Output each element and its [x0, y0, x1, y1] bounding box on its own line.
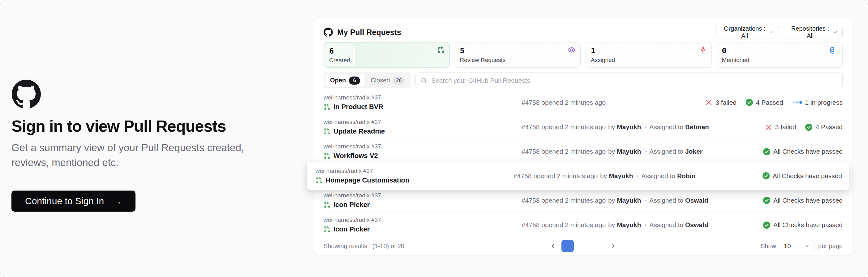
github-logo-icon: [323, 28, 333, 37]
pull-request-title: Icon Picker: [334, 225, 370, 233]
page-size-select[interactable]: 10: [780, 240, 814, 252]
assignee-name: Robin: [677, 172, 695, 179]
pull-request-meta: #4758 opened 2 minutes ago by Mayukh • A…: [522, 221, 763, 229]
check-status: All Checks have passed: [763, 197, 843, 204]
pull-request-title: Icon Picker: [334, 201, 370, 209]
chevron-down-icon: [769, 29, 774, 35]
checks-status: All Checks have passed: [763, 148, 843, 155]
check-status: 4 Passed: [746, 99, 783, 106]
check-status: 1 in progress: [793, 99, 843, 106]
dot-separator: •: [645, 198, 647, 204]
previous-page-button[interactable]: [548, 240, 558, 252]
author-name: Mayukh: [617, 197, 641, 204]
pull-request-icon: [315, 177, 322, 184]
check-icon: [763, 148, 770, 155]
signin-heading: Sign in to view Pull Requests: [11, 117, 305, 135]
stat-value: 0: [722, 46, 749, 55]
stats-cards: 6 Created 5 Review Requests 1 Assigned 0…: [323, 42, 843, 67]
checks-status: All Checks have passed: [763, 172, 842, 180]
signin-description: Get a summary view of your Pull Requests…: [11, 140, 305, 170]
pin-icon: [699, 46, 707, 54]
checks-status: 3 failed4 Passed1 in progress: [705, 99, 843, 106]
filter-dropdown-repositories[interactable]: Repositories : All: [783, 26, 843, 38]
pull-request-meta: #4758 opened 2 minutes ago by Mayukh • A…: [522, 148, 763, 155]
check-label: All Checks have passed: [773, 221, 843, 229]
filter-dropdown-organizations[interactable]: Organizations : All: [715, 26, 779, 38]
pull-request-row[interactable]: wei-harness/radix #37 Update Readme #475…: [323, 115, 843, 139]
checks-status: All Checks have passed: [763, 197, 843, 204]
tab-count-badge: 26: [393, 77, 405, 85]
stat-label: Created: [329, 57, 350, 64]
repo-name: wei-harness/radix #37: [315, 168, 514, 174]
next-page-button[interactable]: [608, 240, 618, 252]
tab-open[interactable]: Open 6: [325, 74, 365, 87]
assignee-name: Joker: [685, 148, 703, 155]
check-passed-icon: [746, 99, 753, 106]
dot-separator: •: [645, 222, 647, 228]
search-box[interactable]: [415, 73, 843, 88]
check-status: All Checks have passed: [763, 221, 843, 229]
assignee-name: Batman: [685, 123, 709, 131]
repo-name: wei-harness/radix #37: [323, 217, 522, 223]
stat-card-review-requests[interactable]: 5 Review Requests: [455, 42, 581, 67]
check-passed-icon: [763, 197, 770, 204]
stat-card-mentioned[interactable]: 0 Mentioned @: [717, 42, 843, 67]
pull-request-title: Update Readme: [334, 127, 385, 135]
check-icon: [763, 222, 770, 229]
tab-closed[interactable]: Closed 26: [366, 74, 409, 87]
per-page-control: Show 10 per page: [761, 240, 843, 252]
pull-request-icon: [323, 104, 330, 110]
pull-requests-panel: My Pull Requests Organizations : All Rep…: [314, 18, 852, 255]
chevron-left-icon: [550, 243, 556, 249]
dot-separator: •: [645, 149, 647, 155]
eye-icon: [568, 46, 576, 54]
pull-request-row[interactable]: wei-harness/radix #37 In Product BVR #47…: [323, 90, 843, 115]
stat-value: 6: [329, 47, 350, 55]
pull-request-icon: [323, 128, 330, 135]
assignee-name: Oswald: [685, 197, 708, 204]
pull-request-icon: [437, 46, 444, 54]
check-passed-icon: [763, 172, 770, 179]
pull-request-row[interactable]: wei-harness/radix #37 Icon Picker #4758 …: [323, 188, 843, 213]
page-button-3[interactable]: [592, 240, 605, 252]
checks-status: All Checks have passed: [763, 221, 843, 229]
check-label: 3 failed: [775, 123, 796, 131]
pull-request-list: wei-harness/radix #37 In Product BVR #47…: [323, 90, 843, 237]
check-label: 4 Passed: [756, 99, 783, 106]
search-input[interactable]: [431, 77, 837, 84]
dots-icon: [793, 101, 802, 104]
repo-name: wei-harness/radix #37: [323, 192, 522, 199]
stat-card-assigned[interactable]: 1 Assigned: [586, 42, 712, 67]
checks-status: 3 failed4 Passed: [765, 123, 843, 131]
page-button-1[interactable]: [561, 240, 574, 252]
search-icon: [421, 77, 428, 84]
continue-signin-button[interactable]: Continue to Sign In →: [11, 191, 135, 212]
app-window: Sign in to view Pull Requests Get a summ…: [0, 0, 868, 277]
x-icon: [705, 99, 712, 106]
pull-request-title: In Product BVR: [334, 103, 383, 111]
x-failed-icon: [705, 99, 712, 106]
stat-value: 5: [460, 46, 506, 55]
signin-description-line2: reviews, mentioned etc.: [11, 157, 119, 168]
signin-description-line1: Get a summary view of your Pull Requests…: [11, 142, 244, 154]
check-icon: [805, 123, 812, 131]
check-label: 4 Passed: [815, 123, 843, 131]
check-icon: [763, 172, 770, 179]
stat-label: Assigned: [591, 57, 615, 63]
pull-request-icon: [323, 226, 330, 233]
pull-request-row[interactable]: wei-harness/radix #37 Workflows V2 #4758…: [323, 139, 843, 164]
x-failed-icon: [765, 123, 772, 131]
dot-separator: •: [645, 124, 647, 131]
pull-request-row[interactable]: wei-harness/radix #37 Icon Picker #4758 …: [323, 213, 843, 237]
pull-request-title: Homepage Customisation: [326, 176, 409, 184]
pull-request-title: Workflows V2: [334, 152, 378, 160]
pull-request-row[interactable]: wei-harness/radix #37 Homepage Customisa…: [307, 162, 849, 190]
author-name: Mayukh: [617, 148, 641, 155]
stat-card-created[interactable]: 6 Created: [323, 42, 450, 67]
author-name: Mayukh: [617, 221, 641, 228]
chevron-down-icon: [832, 29, 838, 35]
author-name: Mayukh: [617, 123, 641, 131]
results-summary: Showing results : (1-10) of 20: [323, 243, 404, 250]
check-label: 1 in progress: [805, 99, 843, 106]
page-button-2[interactable]: [577, 240, 589, 252]
